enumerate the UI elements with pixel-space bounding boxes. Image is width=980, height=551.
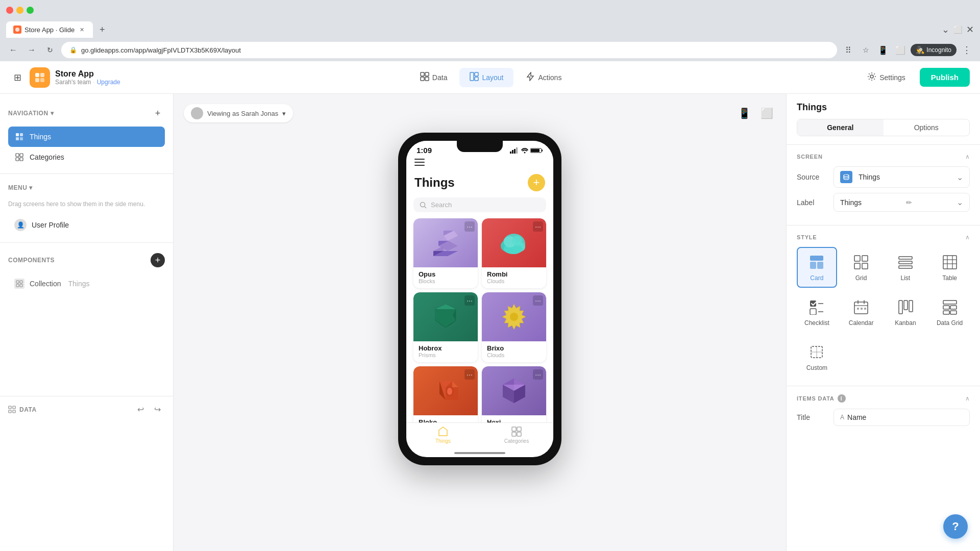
svg-rect-20 [16,158,19,161]
phone-card-rombi[interactable]: ··· [482,218,546,288]
close-window-button[interactable] [6,7,13,14]
svg-rect-116 [943,311,949,314]
undo-button[interactable]: ↩ [133,403,148,416]
restore-window-icon[interactable]: ⬜ [953,26,962,34]
style-custom[interactable]: Custom [797,337,837,378]
style-checklist[interactable]: Checklist [797,292,837,333]
card-menu-hobrox[interactable]: ··· [464,295,475,306]
svg-rect-18 [16,154,19,157]
phone-icon[interactable]: 📱 [876,43,890,57]
phone-card-brixo[interactable]: ··· [482,292,546,362]
active-tab[interactable]: Store App · Glide ✕ [6,21,93,38]
style-collapse-icon[interactable]: ∧ [965,234,970,241]
phone-nav-things[interactable]: Things [406,423,480,447]
svg-point-55 [512,236,522,246]
items-data-title: ITEMS DATA i [797,394,846,403]
address-actions: ⠿ ☆ 📱 ⬜ 🕵 Incognito ⋮ [841,43,974,57]
phone-nav-categories-label: Categories [504,438,529,444]
bookmark-star-icon[interactable]: ☆ [859,43,873,57]
style-card[interactable]: Card [797,247,837,288]
sidebar-item-things[interactable]: Things [8,127,165,147]
card-menu-rombi[interactable]: ··· [533,221,543,232]
components-section: COMPONENTS + Collection Things [0,249,173,294]
help-button[interactable]: ? [943,514,968,539]
svg-rect-22 [16,281,19,283]
phone-device-button[interactable]: 📱 [735,104,753,122]
phone-card-hobrox[interactable]: ··· [413,292,478,362]
svg-rect-6 [425,72,429,76]
style-table[interactable]: Table [929,247,970,288]
phone-card-bloko[interactable]: ··· [413,366,478,430]
maximize-window-button[interactable] [27,7,34,14]
style-calendar[interactable]: Calendar [841,292,881,333]
forward-button[interactable]: → [24,43,39,57]
phone-card-hexi[interactable]: ··· [482,366,546,430]
style-datagrid[interactable]: Data Grid [929,292,970,333]
back-button[interactable]: ← [6,43,20,57]
url-text: go.glideapps.com/app/walgjFpIVLDTX3b5K69… [81,46,241,54]
svg-rect-11 [475,77,478,81]
url-bar[interactable]: 🔒 go.glideapps.com/app/walgjFpIVLDTX3b5K… [61,42,837,58]
title-dropdown[interactable]: A Name [834,409,970,426]
new-tab-button[interactable]: + [95,22,109,37]
items-data-collapse-icon[interactable]: ∧ [965,395,970,402]
svg-rect-16 [16,137,19,140]
reload-button[interactable]: ↻ [43,43,57,57]
card-menu-brixo[interactable]: ··· [533,295,543,306]
items-data-info-icon[interactable]: i [838,394,846,403]
add-component-button[interactable]: + [151,253,165,267]
style-kanban[interactable]: Kanban [886,292,926,333]
calendar-style-icon [852,298,870,316]
publish-button[interactable]: Publish [920,68,970,87]
title-field-row: Title A Name [797,409,970,426]
svg-rect-29 [13,410,15,413]
card-menu-hexi[interactable]: ··· [533,369,543,380]
screen-collapse-icon[interactable]: ∧ [965,153,970,160]
grid-style-label: Grid [855,274,867,282]
card-name-opus: Opus [419,270,473,278]
redo-button[interactable]: ↪ [150,403,165,416]
svg-rect-89 [854,263,860,269]
viewing-avatar [191,107,203,119]
svg-rect-85 [810,262,816,269]
data-label[interactable]: DATA [8,406,37,414]
phone-search-bar[interactable]: Search [413,197,546,212]
add-navigation-button[interactable]: + [151,106,165,120]
tab-general[interactable]: General [797,119,884,136]
style-list[interactable]: List [886,247,926,288]
collection-item[interactable]: Collection Things [8,273,165,294]
minimize-window-button[interactable] [16,7,23,14]
nav-tab-data[interactable]: Data [410,68,458,87]
phone-hamburger[interactable] [406,155,553,172]
nav-tab-actions[interactable]: Actions [516,68,572,87]
sidebar-item-categories[interactable]: Categories [8,147,165,167]
tablet-device-button[interactable]: ⬜ [757,104,776,122]
tablet-icon[interactable]: ⬜ [893,43,908,57]
style-grid[interactable]: Grid [841,247,881,288]
navigation-title[interactable]: NAVIGATION ▾ [8,110,54,117]
svg-rect-87 [854,256,860,261]
viewing-as-selector[interactable]: Viewing as Sarah Jonas ▾ [184,104,293,122]
apps-grid-icon[interactable]: ⊞ [10,70,24,85]
nav-tab-layout[interactable]: Layout [459,68,513,87]
phone-card-opus[interactable]: ··· [413,218,478,288]
items-data-section: ITEMS DATA i ∧ Title A Name [787,386,980,439]
phone-add-button[interactable]: + [528,174,545,191]
window-list-icon[interactable]: ⌄ [942,24,949,35]
source-dropdown[interactable]: Things ⌄ [834,166,970,188]
card-menu-opus[interactable]: ··· [464,221,475,232]
label-dropdown[interactable]: Things ✏ ⌄ [834,193,970,212]
user-profile-item[interactable]: 👤 User Profile [8,214,165,236]
svg-rect-94 [943,256,957,269]
tab-close-button[interactable]: ✕ [78,26,86,34]
menu-title[interactable]: MENU ▾ [8,184,33,191]
extension-icon[interactable]: ⠿ [841,43,855,57]
phone-nav-categories[interactable]: Categories [480,423,553,447]
more-options-icon[interactable]: ⋮ [960,43,974,57]
tab-options[interactable]: Options [884,119,970,136]
settings-button[interactable]: Settings [859,68,914,87]
card-menu-bloko[interactable]: ··· [464,369,475,380]
upgrade-link[interactable]: Upgrade [97,79,120,86]
svg-rect-37 [531,149,540,152]
close-browser-icon[interactable]: ✕ [966,24,974,35]
